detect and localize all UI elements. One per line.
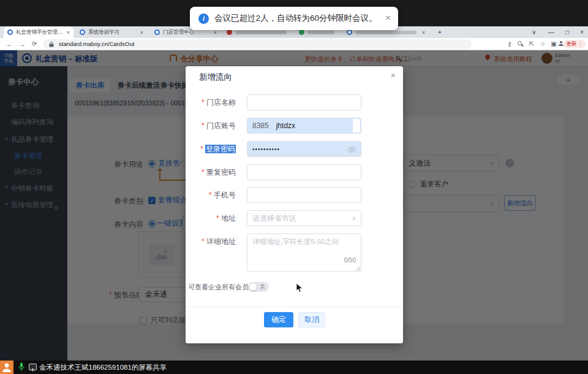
tab-close-icon[interactable]: × [67, 29, 70, 36]
detail-address-textarea[interactable]: 详细地址,字符长度5-50之间 0/50 [247, 234, 361, 272]
favicon-blue-icon [80, 29, 85, 35]
tab-label: 礼盒营销平台管理中心 [16, 29, 64, 36]
confirm-button[interactable]: 确定 [264, 312, 293, 327]
tab-label: 系统培训学习 [88, 29, 137, 36]
back-icon[interactable]: ← [6, 38, 13, 50]
input-end-strip [353, 119, 360, 132]
screen-share-text: 金禾通技术王斌18662591081的屏幕共享 [39, 363, 167, 372]
modal-close-icon[interactable]: × [391, 71, 396, 80]
chrome-update-button[interactable]: 更新 ⋮ [564, 40, 586, 48]
store-account-input[interactable]: 8385jhtdzx [247, 118, 361, 134]
update-label: 更新 [567, 40, 577, 48]
phone-input[interactable] [247, 187, 361, 203]
url-text: standard.maboy.cn/CardsOut [59, 39, 134, 49]
char-counter: 0/50 [344, 257, 356, 264]
lock-icon [49, 42, 54, 47]
tab-close-icon[interactable]: × [140, 29, 143, 36]
favicon-blue-icon [347, 29, 352, 35]
window-maximize-icon[interactable]: □ [561, 26, 573, 38]
favicon-red-icon [227, 29, 232, 35]
tab-obscured-label [235, 31, 287, 34]
bookmark-star-icon[interactable]: ☆ [539, 40, 546, 48]
cancel-button[interactable]: 取消 [298, 312, 325, 327]
tab-close-icon[interactable]: × [214, 29, 217, 36]
store-name-label: 门店名称 [186, 94, 242, 110]
tab-obscured-label [355, 31, 417, 34]
selected-label-text: 登录密码 [205, 145, 236, 153]
phone-label: 手机号 [186, 187, 242, 203]
textarea-placeholder: 详细地址,字符长度5-50之间 [252, 237, 339, 246]
side-panel-icon[interactable]: ▣ [550, 40, 557, 48]
kebab-menu-icon[interactable]: ⋮ [578, 42, 583, 47]
eye-icon[interactable] [347, 147, 356, 153]
forward-icon[interactable]: → [19, 38, 26, 50]
reload-icon[interactable]: ⟳ [32, 38, 37, 50]
browser-tab-1[interactable]: 礼盒营销平台管理中心 × [4, 26, 74, 38]
favicon-blue-icon [154, 29, 160, 35]
screen-share-icon [29, 364, 37, 370]
password-dots: •••••••••• [252, 146, 280, 153]
store-name-input[interactable] [247, 94, 361, 110]
password-key-icon[interactable]: ⚷ [506, 40, 513, 48]
modal-footer: 确定 取消 [186, 307, 403, 343]
favicon-blue-icon [7, 29, 13, 35]
chevron-down-icon: ∨ [352, 211, 356, 226]
window-close-icon[interactable]: × [576, 26, 588, 38]
favicon-green-icon [299, 29, 304, 35]
screen-share-bar: 金禾通技术王斌18662591081的屏幕共享 [0, 361, 588, 374]
member-toggle-switch[interactable]: 关 [248, 282, 269, 292]
window-minimize-icon[interactable]: — [545, 26, 557, 38]
member-toggle-label: 可查看企业所有会员 [188, 282, 246, 292]
microphone-icon[interactable] [18, 362, 24, 374]
add-flow-modal: 新增流向 × 门店名称 门店账号 8385jhtdzx 登录密码 •••••••… [186, 66, 403, 343]
account-prefix: 8385 [252, 121, 269, 130]
modal-title: 新增流向 [199, 72, 232, 83]
toast-close-icon[interactable]: × [385, 12, 391, 23]
address-placeholder: 请选择省市区 [252, 214, 296, 223]
address-select[interactable]: 请选择省市区 ∨ [247, 210, 361, 226]
repeat-password-input[interactable] [247, 164, 361, 180]
info-icon: i [198, 13, 209, 24]
account-value: jhtdzx [276, 121, 295, 130]
new-tab-icon[interactable]: + [434, 26, 446, 38]
zoom-icon[interactable] [517, 40, 524, 48]
share-icon[interactable]: ⇱ [528, 40, 535, 48]
browser-toolbar: ← → ⟳ standard.maboy.cn/CardsOut ⚷ ⇱ ☆ ▣… [0, 38, 588, 50]
switch-knob [249, 283, 257, 291]
app-area: 功能 导航 礼盒营销 – 标准版 仓分享中心 更快捷的券卡、订单和快递查询入口 … [0, 50, 588, 361]
address-label: 地址 [186, 210, 242, 226]
tab-search-chevron-icon[interactable]: ∨ [528, 26, 540, 38]
login-password-label: 登录密码 [186, 141, 242, 157]
participant-icon[interactable] [0, 361, 13, 374]
tab-close-icon[interactable]: × [422, 29, 425, 36]
url-bar[interactable]: standard.maboy.cn/CardsOut [43, 39, 472, 49]
meeting-toast: i 会议已超过2人，自动转为60分钟限时会议。 × [190, 7, 398, 30]
browser-tab-2[interactable]: 系统培训学习 × [76, 26, 147, 38]
resize-grip-icon[interactable] [355, 265, 360, 270]
repeat-password-label: 重复密码 [186, 164, 242, 180]
store-account-label: 门店账号 [186, 118, 242, 134]
screen: 礼盒营销平台管理中心 × 系统培训学习 × 门店管理中心 × × + ∨ — [0, 0, 588, 374]
tab-obscured-label [307, 31, 334, 34]
mouse-cursor-icon [296, 283, 303, 293]
toast-message: 会议已超过2人，自动转为60分钟限时会议。 [214, 13, 377, 24]
detail-address-label: 详细地址 [186, 234, 242, 250]
login-password-input[interactable]: •••••••••• [247, 141, 361, 157]
switch-state-label: 关 [260, 283, 265, 291]
